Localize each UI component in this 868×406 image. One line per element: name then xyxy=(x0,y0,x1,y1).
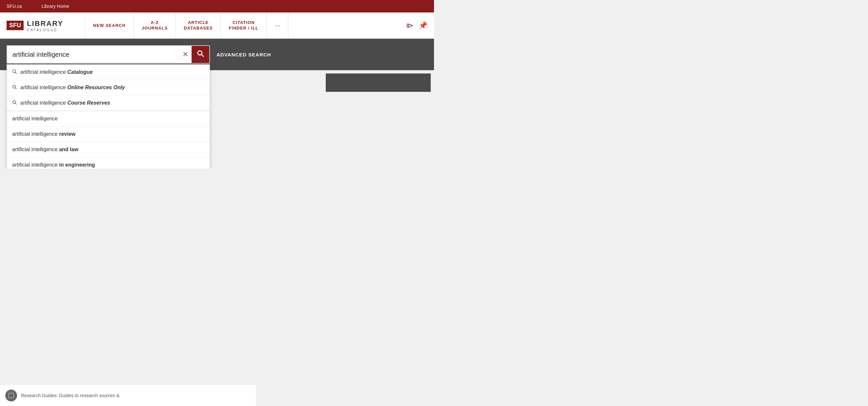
more-nav[interactable]: ··· xyxy=(267,12,288,38)
ellipsis-icon: ··· xyxy=(275,22,280,29)
search-submit-button[interactable] xyxy=(192,46,209,63)
history-icon: ⧐ xyxy=(406,21,413,30)
header-icons: ⧐ 📌 xyxy=(400,21,434,30)
search-box: ✕ xyxy=(6,45,210,64)
article-databases-nav[interactable]: ARTICLEDATABASES xyxy=(176,12,221,38)
library-home-link[interactable]: Library Home xyxy=(42,4,69,9)
svg-line-3 xyxy=(16,72,17,73)
svg-line-5 xyxy=(16,88,17,89)
search-area: ✕ xyxy=(0,39,434,70)
autocomplete-suggestion-3[interactable]: artificial intelligence and law xyxy=(7,142,210,157)
search-icon-small xyxy=(12,69,17,75)
search-wrapper: ✕ xyxy=(6,45,210,64)
main-nav: NEW SEARCH A-ZJOURNALS ARTICLEDATABASES … xyxy=(85,12,400,38)
library-catalogue-label: CATALOGUE xyxy=(27,28,63,32)
search-clear-button[interactable]: ✕ xyxy=(179,50,192,59)
dark-block-top xyxy=(326,73,431,92)
top-bar: SFU.ca Library Home xyxy=(0,0,434,12)
search-input[interactable] xyxy=(7,51,179,58)
autocomplete-suggestion-4[interactable]: artificial intelligence in engineering xyxy=(7,157,210,168)
autocomplete-suggestion-1[interactable]: artificial intelligence xyxy=(7,111,210,127)
az-journals-nav[interactable]: A-ZJOURNALS xyxy=(134,12,176,38)
history-icon-btn[interactable]: ⧐ xyxy=(406,21,413,30)
new-search-nav[interactable]: NEW SEARCH xyxy=(85,12,134,38)
citation-finder-nav[interactable]: CITATIONFINDER / ILL xyxy=(221,12,267,38)
library-name: LIBRARY xyxy=(27,19,63,28)
advanced-search-link[interactable]: ADVANCED SEARCH xyxy=(217,52,271,57)
logo-area: SFU LIBRARY CATALOGUE xyxy=(0,12,85,38)
autocomplete-item-reserves[interactable]: artificial intelligence Course Reserves xyxy=(7,95,210,111)
content-right xyxy=(322,70,434,168)
pin-icon: 📌 xyxy=(418,21,428,30)
search-icon-small xyxy=(12,85,17,91)
library-text: LIBRARY CATALOGUE xyxy=(27,19,63,32)
autocomplete-dropdown: artificial intelligence Catalogue artifi… xyxy=(6,64,210,168)
sfu-ca-link[interactable]: SFU.ca xyxy=(6,4,22,9)
svg-line-7 xyxy=(16,103,17,104)
autocomplete-item-catalogue[interactable]: artificial intelligence Catalogue xyxy=(7,65,210,80)
pin-icon-btn[interactable]: 📌 xyxy=(418,21,428,30)
header: SFU LIBRARY CATALOGUE NEW SEARCH A-ZJOUR… xyxy=(0,12,434,39)
search-icon xyxy=(197,50,204,59)
close-icon: ✕ xyxy=(182,50,188,58)
sfu-badge: SFU xyxy=(6,21,24,30)
autocomplete-item-online[interactable]: artificial intelligence Online Resources… xyxy=(7,80,210,95)
svg-line-1 xyxy=(202,55,204,56)
autocomplete-suggestion-2[interactable]: artificial intelligence review xyxy=(7,127,210,142)
search-icon-small xyxy=(12,100,17,106)
